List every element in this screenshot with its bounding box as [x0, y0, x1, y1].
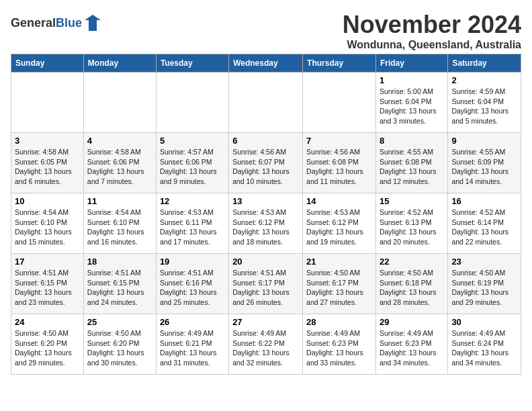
- calendar-cell: 20Sunrise: 4:51 AM Sunset: 6:17 PM Dayli…: [229, 254, 303, 314]
- calendar-cell: 18Sunrise: 4:51 AM Sunset: 6:15 PM Dayli…: [83, 254, 156, 314]
- calendar-cell: 23Sunrise: 4:50 AM Sunset: 6:19 PM Dayli…: [448, 254, 521, 314]
- calendar-cell: 5Sunrise: 4:57 AM Sunset: 6:06 PM Daylig…: [156, 133, 228, 193]
- day-info: Sunrise: 5:00 AM Sunset: 6:04 PM Dayligh…: [380, 87, 444, 126]
- calendar-cell: 27Sunrise: 4:49 AM Sunset: 6:22 PM Dayli…: [229, 314, 303, 375]
- day-info: Sunrise: 4:51 AM Sunset: 6:15 PM Dayligh…: [15, 268, 80, 308]
- day-number: 26: [160, 317, 225, 327]
- header-monday: Monday: [83, 54, 156, 73]
- day-number: 9: [451, 136, 517, 146]
- day-number: 4: [87, 136, 152, 146]
- day-number: 19: [160, 257, 225, 267]
- logo: GeneralBlue: [11, 13, 102, 32]
- day-info: Sunrise: 4:50 AM Sunset: 6:20 PM Dayligh…: [87, 328, 152, 368]
- day-number: 24: [15, 317, 80, 327]
- header: GeneralBlue November 2024 Wondunna, Quee…: [11, 11, 521, 51]
- svg-marker-0: [85, 15, 101, 31]
- day-number: 8: [380, 136, 444, 146]
- day-number: 5: [160, 136, 225, 146]
- calendar-week-row: 3Sunrise: 4:58 AM Sunset: 6:05 PM Daylig…: [11, 133, 521, 193]
- day-number: 10: [15, 196, 80, 206]
- location-title: Wondunna, Queensland, Australia: [343, 39, 521, 51]
- day-number: 17: [15, 257, 80, 267]
- month-title: November 2024: [343, 11, 521, 39]
- header-saturday: Saturday: [448, 54, 521, 73]
- calendar-cell: [156, 73, 228, 133]
- day-number: 23: [451, 257, 517, 267]
- header-friday: Friday: [375, 54, 447, 73]
- day-info: Sunrise: 4:54 AM Sunset: 6:10 PM Dayligh…: [15, 208, 80, 247]
- day-number: 11: [87, 196, 152, 206]
- calendar-cell: [303, 73, 376, 133]
- logo-general: GeneralBlue: [11, 16, 82, 30]
- day-number: 1: [380, 75, 444, 85]
- calendar-week-row: 17Sunrise: 4:51 AM Sunset: 6:15 PM Dayli…: [11, 254, 521, 314]
- calendar-cell: [83, 73, 156, 133]
- day-info: Sunrise: 4:56 AM Sunset: 6:08 PM Dayligh…: [306, 147, 372, 187]
- day-info: Sunrise: 4:50 AM Sunset: 6:17 PM Dayligh…: [306, 268, 372, 308]
- calendar-cell: 25Sunrise: 4:50 AM Sunset: 6:20 PM Dayli…: [83, 314, 156, 375]
- day-number: 13: [232, 196, 299, 206]
- calendar-cell: 6Sunrise: 4:56 AM Sunset: 6:07 PM Daylig…: [229, 133, 303, 193]
- day-info: Sunrise: 4:51 AM Sunset: 6:16 PM Dayligh…: [160, 268, 225, 308]
- day-number: 21: [306, 257, 372, 267]
- day-info: Sunrise: 4:50 AM Sunset: 6:20 PM Dayligh…: [15, 328, 80, 368]
- day-number: 15: [380, 196, 444, 206]
- calendar-cell: 29Sunrise: 4:49 AM Sunset: 6:23 PM Dayli…: [375, 314, 447, 375]
- calendar-cell: 26Sunrise: 4:49 AM Sunset: 6:21 PM Dayli…: [156, 314, 228, 375]
- day-info: Sunrise: 4:50 AM Sunset: 6:18 PM Dayligh…: [380, 268, 444, 308]
- day-number: 22: [380, 257, 444, 267]
- calendar-header-row: SundayMondayTuesdayWednesdayThursdayFrid…: [11, 54, 521, 73]
- day-info: Sunrise: 4:53 AM Sunset: 6:12 PM Dayligh…: [306, 208, 372, 247]
- day-number: 29: [380, 317, 444, 327]
- day-info: Sunrise: 4:51 AM Sunset: 6:17 PM Dayligh…: [232, 268, 299, 308]
- day-info: Sunrise: 4:57 AM Sunset: 6:06 PM Dayligh…: [160, 147, 225, 187]
- calendar-cell: 9Sunrise: 4:55 AM Sunset: 6:09 PM Daylig…: [448, 133, 521, 193]
- day-number: 28: [306, 317, 372, 327]
- day-info: Sunrise: 4:51 AM Sunset: 6:15 PM Dayligh…: [87, 268, 152, 308]
- day-number: 18: [87, 257, 152, 267]
- day-info: Sunrise: 4:49 AM Sunset: 6:21 PM Dayligh…: [160, 328, 225, 368]
- calendar-cell: 24Sunrise: 4:50 AM Sunset: 6:20 PM Dayli…: [11, 314, 84, 375]
- day-number: 16: [451, 196, 517, 206]
- calendar-cell: 14Sunrise: 4:53 AM Sunset: 6:12 PM Dayli…: [303, 193, 376, 254]
- day-info: Sunrise: 4:56 AM Sunset: 6:07 PM Dayligh…: [232, 147, 299, 187]
- day-number: 2: [451, 75, 517, 85]
- calendar-week-row: 1Sunrise: 5:00 AM Sunset: 6:04 PM Daylig…: [11, 73, 521, 133]
- title-area: November 2024 Wondunna, Queensland, Aust…: [343, 11, 521, 51]
- calendar-cell: 3Sunrise: 4:58 AM Sunset: 6:05 PM Daylig…: [11, 133, 84, 193]
- day-info: Sunrise: 4:53 AM Sunset: 6:11 PM Dayligh…: [160, 208, 225, 247]
- calendar-cell: 11Sunrise: 4:54 AM Sunset: 6:10 PM Dayli…: [83, 193, 156, 254]
- day-info: Sunrise: 4:50 AM Sunset: 6:19 PM Dayligh…: [451, 268, 517, 308]
- day-info: Sunrise: 4:59 AM Sunset: 6:04 PM Dayligh…: [451, 87, 517, 126]
- day-info: Sunrise: 4:58 AM Sunset: 6:06 PM Dayligh…: [87, 147, 152, 187]
- day-info: Sunrise: 4:49 AM Sunset: 6:23 PM Dayligh…: [306, 328, 372, 368]
- calendar-cell: 2Sunrise: 4:59 AM Sunset: 6:04 PM Daylig…: [448, 73, 521, 133]
- calendar-table: SundayMondayTuesdayWednesdayThursdayFrid…: [11, 54, 521, 375]
- day-number: 14: [306, 196, 372, 206]
- day-number: 7: [306, 136, 372, 146]
- calendar-cell: [11, 73, 84, 133]
- day-info: Sunrise: 4:58 AM Sunset: 6:05 PM Dayligh…: [15, 147, 80, 187]
- calendar-cell: 21Sunrise: 4:50 AM Sunset: 6:17 PM Dayli…: [303, 254, 376, 314]
- day-number: 20: [232, 257, 299, 267]
- calendar-cell: 4Sunrise: 4:58 AM Sunset: 6:06 PM Daylig…: [83, 133, 156, 193]
- calendar-cell: [229, 73, 303, 133]
- calendar-cell: 30Sunrise: 4:49 AM Sunset: 6:24 PM Dayli…: [448, 314, 521, 375]
- header-wednesday: Wednesday: [229, 54, 303, 73]
- logo-icon: [83, 13, 102, 32]
- calendar-cell: 17Sunrise: 4:51 AM Sunset: 6:15 PM Dayli…: [11, 254, 84, 314]
- day-info: Sunrise: 4:49 AM Sunset: 6:22 PM Dayligh…: [232, 328, 299, 368]
- calendar-cell: 28Sunrise: 4:49 AM Sunset: 6:23 PM Dayli…: [303, 314, 376, 375]
- calendar-cell: 22Sunrise: 4:50 AM Sunset: 6:18 PM Dayli…: [375, 254, 447, 314]
- calendar-cell: 19Sunrise: 4:51 AM Sunset: 6:16 PM Dayli…: [156, 254, 228, 314]
- day-info: Sunrise: 4:52 AM Sunset: 6:14 PM Dayligh…: [451, 208, 517, 247]
- day-info: Sunrise: 4:55 AM Sunset: 6:09 PM Dayligh…: [451, 147, 517, 187]
- calendar-cell: 15Sunrise: 4:52 AM Sunset: 6:13 PM Dayli…: [375, 193, 447, 254]
- day-number: 6: [232, 136, 299, 146]
- calendar-cell: 16Sunrise: 4:52 AM Sunset: 6:14 PM Dayli…: [448, 193, 521, 254]
- day-number: 12: [160, 196, 225, 206]
- day-number: 25: [87, 317, 152, 327]
- day-info: Sunrise: 4:55 AM Sunset: 6:08 PM Dayligh…: [380, 147, 444, 187]
- calendar-week-row: 24Sunrise: 4:50 AM Sunset: 6:20 PM Dayli…: [11, 314, 521, 375]
- day-number: 27: [232, 317, 299, 327]
